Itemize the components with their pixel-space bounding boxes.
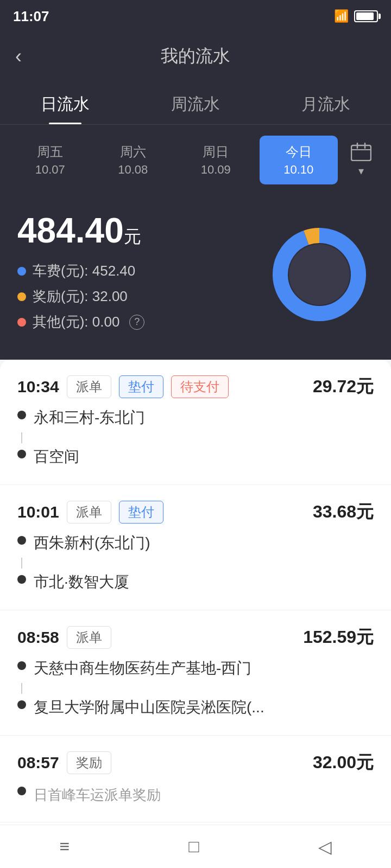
route-connector [21,558,22,569]
route-from: 天慈中商生物医药生产基地-西门 [17,658,374,679]
route-dot-from [17,411,26,419]
tag-reward: 奖励 [67,751,111,774]
date-item-today[interactable]: 今日 10.10 [260,136,338,184]
status-bar: 11:07 📶 [0,0,391,33]
transaction-header: 10:01 派单 垫付 33.68元 [17,500,374,524]
tx-time: 10:01 [17,503,59,521]
battery-icon [354,10,378,22]
tx-time: 08:57 [17,754,59,772]
transaction-header: 10:34 派单 垫付 待支付 29.72元 [17,375,374,399]
transaction-header: 08:57 奖励 32.00元 [17,751,374,775]
bottom-menu-button[interactable]: ≡ [43,831,86,862]
svg-rect-0 [351,145,371,161]
table-row: 08:58 派单 152.59元 天慈中商生物医药生产基地-西门 复旦大学附属中… [0,610,391,736]
tx-time: 08:58 [17,628,59,647]
legend-dot-gold [17,292,26,301]
table-row: 10:01 派单 垫付 33.68元 西朱新村(东北门) 市北·数智大厦 [0,485,391,610]
total-amount: 484.40元 [17,210,144,251]
route-dot-from [17,536,26,545]
back-button[interactable]: ‹ [15,45,22,68]
route-connector [21,683,22,694]
route-from: 西朱新村(东北门) [17,533,374,553]
legend-other: 其他(元): 0.00 ? [17,312,144,331]
tx-header-left: 08:57 奖励 [17,751,111,774]
legend-dot-blue [17,267,26,276]
tag-advance: 垫付 [119,501,163,524]
table-row: 10:34 派单 垫付 待支付 29.72元 永和三村-东北门 百空间 [0,360,391,485]
tag-advance: 垫付 [119,375,163,398]
tag-dispatch: 派单 [67,375,111,398]
tab-monthly[interactable]: 月流水 [261,80,391,124]
date-selector: 周五 10.07 周六 10.08 周日 10.09 今日 10.10 ▾ [0,125,391,197]
bottom-nav: ≡ □ ◁ [0,825,391,868]
route-connector [21,432,22,443]
donut-chart [265,220,374,329]
route-to: 百空间 [17,446,374,467]
tag-dispatch: 派单 [67,501,111,524]
legend-reward: 奖励(元): 32.00 [17,287,144,306]
route-from: 日首峰车运派单奖励 [17,783,374,805]
route-from: 永和三村-东北门 [17,407,374,428]
summary-section: 484.40元 车费(元): 452.40 奖励(元): 32.00 其他(元)… [0,197,391,360]
tx-header-left: 08:58 派单 [17,626,111,649]
tab-weekly[interactable]: 周流水 [130,80,261,124]
tab-bar: 日流水 周流水 月流水 [0,80,391,125]
signal-icon: 📶 [334,9,349,23]
info-icon[interactable]: ? [129,315,144,330]
route-to: 市北·数智大厦 [17,572,374,592]
route-to: 复旦大学附属中山医院吴淞医院(... [17,697,374,718]
tx-time: 10:34 [17,378,59,396]
tag-pending: 待支付 [171,375,229,398]
route-dot-from [17,787,26,795]
transactions-list: 10:34 派单 垫付 待支付 29.72元 永和三村-东北门 百空间 10:0… [0,360,391,844]
top-nav: ‹ 我的流水 [0,33,391,80]
transaction-header: 08:58 派单 152.59元 [17,626,374,649]
date-item-fri[interactable]: 周五 10.07 [11,136,90,184]
table-row: 08:57 奖励 32.00元 日首峰车运派单奖励 [0,736,391,822]
legend-dot-red [17,318,26,327]
tx-header-left: 10:34 派单 垫付 待支付 [17,375,229,398]
date-item-sat[interactable]: 周六 10.08 [94,136,173,184]
route-dot-to [17,700,26,709]
route-dot-to [17,450,26,458]
bottom-back-button[interactable]: ◁ [302,831,348,863]
calendar-icon [351,143,371,161]
calendar-button[interactable]: ▾ [342,143,380,177]
date-item-sun[interactable]: 周日 10.09 [176,136,255,184]
tab-daily[interactable]: 日流水 [0,80,130,124]
status-icons: 📶 [334,9,378,23]
svg-point-6 [289,244,350,305]
tag-dispatch: 派单 [67,626,111,649]
legend-carfare: 车费(元): 452.40 [17,261,144,280]
tx-header-left: 10:01 派单 垫付 [17,501,163,524]
status-time: 11:07 [13,8,49,25]
tx-amount: 33.68元 [313,500,374,524]
route-dot-to [17,575,26,584]
route-dot-from [17,661,26,670]
tx-amount: 29.72元 [313,375,374,399]
page-title: 我的流水 [161,44,230,68]
summary-left: 484.40元 车费(元): 452.40 奖励(元): 32.00 其他(元)… [17,210,144,338]
tx-amount: 152.59元 [303,626,374,649]
calendar-chevron: ▾ [358,164,364,177]
bottom-home-button[interactable]: □ [172,831,215,862]
tx-amount: 32.00元 [313,751,374,775]
